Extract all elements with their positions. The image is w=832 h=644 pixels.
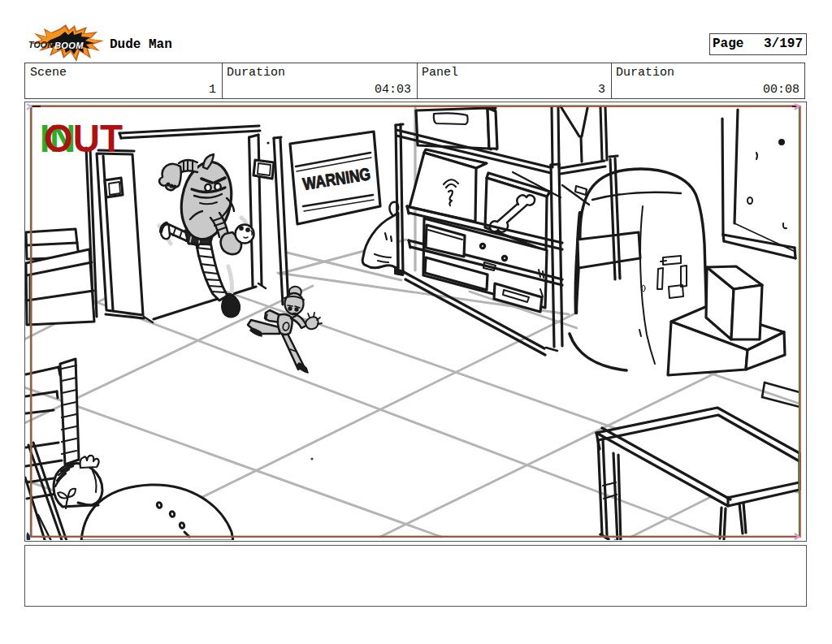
svg-text:OUT: OUT	[44, 117, 123, 160]
svg-text:BOOM: BOOM	[54, 41, 84, 50]
svg-text:TOON: TOON	[28, 40, 54, 50]
